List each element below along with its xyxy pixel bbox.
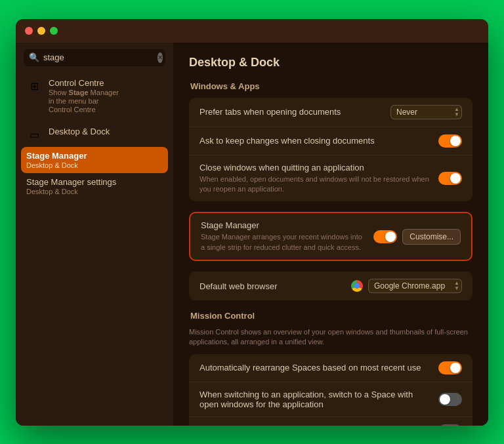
search-box[interactable]: 🔍 ✕ (24, 49, 165, 66)
close-windows-toggle[interactable] (438, 172, 462, 185)
main-window: 🔍 ✕ ⊞ Control Centre Show Stage Manager … (16, 19, 488, 426)
switch-space-row: When switching to an application, switch… (189, 382, 472, 417)
ask-keep-changes-toggle[interactable] (438, 134, 462, 148)
switch-space-label: When switching to an application, switch… (200, 390, 430, 409)
search-clear-button[interactable]: ✕ (158, 52, 163, 63)
sidebar-group-desktop-dock: ▭ Desktop & Dock Stage Manager Desktop &… (16, 123, 173, 199)
sidebar-item-control-centre-sub2: in the menu bar (49, 97, 163, 105)
close-windows-sublabel: When enabled, open documents and windows… (200, 174, 430, 195)
auto-rearrange-knob (450, 363, 461, 373)
minimize-button[interactable] (37, 27, 45, 35)
windows-apps-label: Windows & Apps (189, 81, 472, 91)
sidebar-item-stage-settings-title: Stage Manager settings (26, 177, 163, 187)
chrome-icon (351, 280, 363, 292)
stage-manager-toggle-knob (385, 232, 396, 242)
mission-control-section: Mission Control Mission Control shows an… (189, 311, 472, 425)
mission-control-card: Automatically rearrange Spaces based on … (189, 354, 472, 426)
auto-rearrange-row: Automatically rearrange Spaces based on … (189, 354, 472, 382)
control-centre-icon: ⊞ (26, 79, 42, 94)
prefer-tabs-select[interactable]: Never Always In Full Screen (390, 105, 462, 119)
sidebar: 🔍 ✕ ⊞ Control Centre Show Stage Manager … (16, 43, 173, 426)
ask-keep-changes-row: Ask to keep changes when closing documen… (189, 127, 472, 155)
page-title: Desktop & Dock (189, 56, 472, 70)
switch-space-control[interactable] (438, 393, 462, 406)
customise-button[interactable]: Customise... (402, 229, 461, 245)
stage-manager-controls: Customise... (373, 229, 461, 245)
sidebar-group-control-centre: ⊞ Control Centre Show Stage Manager in t… (16, 74, 173, 117)
close-windows-control[interactable] (438, 172, 462, 185)
stage-manager-toggle[interactable] (373, 230, 397, 243)
browser-row: Default web browser Google Chrome.app Sa… (189, 272, 472, 300)
prefer-tabs-stepper[interactable]: Never Always In Full Screen ▲▼ (390, 105, 462, 119)
prefer-tabs-row: Prefer tabs when opening documents Never… (189, 98, 472, 127)
mission-control-label: Mission Control (189, 311, 472, 321)
traffic-lights (25, 27, 58, 35)
content-area: 🔍 ✕ ⊞ Control Centre Show Stage Manager … (16, 43, 488, 426)
toggle-knob (450, 136, 461, 146)
switch-space-knob (440, 394, 450, 405)
auto-rearrange-label: Automatically rearrange Spaces based on … (200, 363, 430, 373)
sidebar-item-stage-manager-subtitle: Desktop & Dock (26, 161, 163, 169)
stage-manager-row: Stage Manager Stage Manager arranges you… (190, 213, 471, 260)
browser-select[interactable]: Google Chrome.app Safari Firefox (368, 279, 462, 293)
sidebar-item-control-centre-sub3: Control Centre (49, 106, 163, 113)
search-icon: 🔍 (29, 52, 39, 62)
toggle-knob-2 (450, 173, 461, 184)
switch-space-toggle[interactable] (438, 393, 462, 406)
auto-rearrange-control[interactable] (438, 361, 462, 374)
group-windows-toggle[interactable] (438, 424, 462, 426)
ask-keep-changes-control[interactable] (438, 134, 462, 148)
sidebar-item-desktop-dock[interactable]: ▭ Desktop & Dock (16, 123, 173, 147)
close-windows-row: Close windows when quitting an applicati… (189, 155, 472, 202)
stage-manager-card: Stage Manager Stage Manager arranges you… (189, 212, 472, 261)
group-windows-control[interactable] (438, 424, 462, 426)
browser-label: Default web browser (200, 281, 343, 291)
maximize-button[interactable] (50, 27, 58, 35)
sidebar-item-control-centre[interactable]: ⊞ Control Centre Show Stage Manager in t… (16, 74, 173, 117)
main-content: Desktop & Dock Windows & Apps Prefer tab… (173, 43, 488, 426)
browser-control[interactable]: Google Chrome.app Safari Firefox ▲▼ (351, 279, 462, 293)
sidebar-item-desktop-dock-title: Desktop & Dock (49, 127, 163, 136)
browser-stepper[interactable]: Google Chrome.app Safari Firefox ▲▼ (368, 279, 462, 293)
auto-rearrange-toggle[interactable] (438, 361, 462, 374)
prefer-tabs-label: Prefer tabs when opening documents (200, 107, 383, 117)
close-button[interactable] (25, 27, 33, 35)
prefer-tabs-control[interactable]: Never Always In Full Screen ▲▼ (390, 105, 462, 119)
ask-keep-changes-label: Ask to keep changes when closing documen… (200, 136, 430, 146)
sidebar-item-control-centre-title: Control Centre (49, 78, 163, 88)
title-bar (16, 19, 488, 43)
desktop-dock-icon: ▭ (26, 127, 42, 143)
sidebar-item-stage-manager[interactable]: Stage Manager Desktop & Dock (21, 147, 168, 173)
sidebar-item-control-centre-sub1: Show Stage Manager (49, 89, 163, 96)
windows-apps-card: Prefer tabs when opening documents Never… (189, 98, 472, 202)
sidebar-item-stage-settings-subtitle: Desktop & Dock (26, 188, 163, 195)
browser-select-wrap: Google Chrome.app Safari Firefox ▲▼ (351, 279, 462, 293)
stage-manager-description: Stage Manager arranges your recent windo… (201, 232, 366, 252)
sidebar-item-stage-manager-title: Stage Manager (26, 151, 163, 161)
sidebar-item-stage-manager-settings[interactable]: Stage Manager settings Desktop & Dock (16, 173, 173, 199)
stage-manager-label: Stage Manager (201, 220, 366, 230)
mission-control-description: Mission Control shows an overview of you… (189, 327, 472, 348)
browser-card: Default web browser Google Chrome.app Sa… (189, 272, 472, 300)
close-windows-label: Close windows when quitting an applicati… (200, 163, 430, 172)
search-input[interactable] (43, 52, 154, 62)
group-windows-row: Group windows by application (189, 417, 472, 426)
